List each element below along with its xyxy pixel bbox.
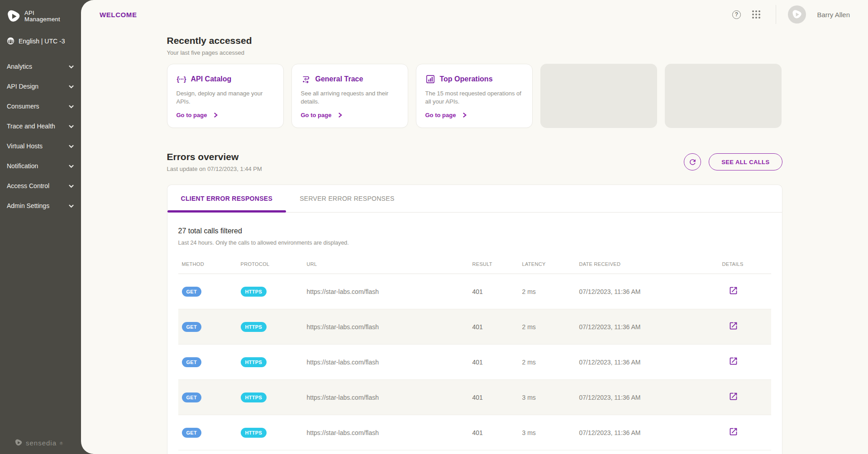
avatar[interactable] [788, 5, 806, 24]
sidebar-item-label: Access Control [7, 182, 49, 189]
go-to-page-link[interactable]: Go to page [176, 112, 274, 118]
globe-icon [7, 37, 14, 45]
sensedia-wordmark: sensedia [26, 439, 57, 447]
chevron-down-icon [68, 143, 74, 149]
trace-route-icon [301, 74, 311, 84]
recently-accessed-title: Recently accessed [167, 35, 782, 46]
url-cell: https://star-labs.com/flash [307, 429, 472, 436]
open-details-button[interactable] [722, 321, 771, 332]
sidebar-item-label: API Design [7, 83, 38, 90]
sidebar: API Management English | UTC -3 Analytic… [0, 0, 81, 454]
tab-client-error-responses[interactable]: CLIENT ERROR RESPONSES [167, 185, 286, 212]
sidebar-item-notification[interactable]: Notification [0, 156, 81, 176]
open-in-new-icon [729, 427, 738, 436]
sidebar-item-consumers[interactable]: Consumers [0, 96, 81, 116]
card-description: The 15 most requested operations of all … [425, 90, 523, 106]
col-protocol: PROTOCOL [241, 261, 307, 267]
app-logo: API Management [0, 9, 81, 24]
table-row: GET HTTPS https://star-labs.com/flash 40… [178, 415, 771, 450]
chevron-down-icon [68, 104, 74, 109]
result-cell: 401 [472, 323, 522, 331]
sidebar-nav: Analytics API Design Consumers Trace and… [0, 57, 81, 216]
date-received-cell: 07/12/2023, 11:36 AM [579, 323, 722, 331]
chevron-down-icon [68, 123, 74, 129]
card-description: See all arriving requests and their deta… [301, 90, 399, 106]
sidebar-item-label: Consumers [7, 103, 39, 110]
recently-accessed-cards: {···} API Catalog Design, deploy and man… [167, 64, 782, 128]
registered-mark: ® [60, 441, 63, 446]
result-cell: 401 [472, 359, 522, 366]
errors-panel: CLIENT ERROR RESPONSES SERVER ERROR RESP… [167, 184, 782, 454]
locale-label: English | UTC -3 [19, 38, 65, 45]
open-in-new-icon [729, 286, 738, 295]
go-to-page-link[interactable]: Go to page [301, 112, 399, 118]
topbar: WELCOME ? Barry Allen [81, 0, 868, 29]
refresh-icon [688, 158, 697, 166]
table-row: GET HTTPS https://star-labs.com/flash 40… [178, 274, 771, 309]
sensedia-logo: sensedia ® [14, 439, 63, 447]
sidebar-item-label: Admin Settings [7, 202, 49, 209]
calls-filtered-note: Last 24 hours. Only the calls to allowed… [178, 240, 771, 246]
col-details: DETAILS [722, 261, 771, 267]
result-cell: 401 [472, 288, 522, 295]
sidebar-item-label: Virtual Hosts [7, 142, 43, 150]
card-api-catalog[interactable]: {···} API Catalog Design, deploy and man… [167, 64, 284, 128]
chevron-down-icon [68, 203, 74, 209]
open-details-button[interactable] [722, 356, 771, 368]
topbar-actions: ? Barry Allen [730, 5, 850, 24]
refresh-button[interactable] [684, 153, 701, 170]
table-row: GET HTTPS https://star-labs.com/flash 40… [178, 345, 771, 380]
sidebar-item-admin-settings[interactable]: Admin Settings [0, 196, 81, 216]
method-badge: GET [182, 428, 202, 438]
tab-server-error-responses[interactable]: SERVER ERROR RESPONSES [286, 185, 408, 212]
card-top-operations[interactable]: Top Operations The 15 most requested ope… [416, 64, 533, 128]
bar-chart-icon [425, 74, 435, 84]
sidebar-item-api-design[interactable]: API Design [0, 76, 81, 96]
latency-cell: 3 ms [522, 429, 579, 436]
date-received-cell: 07/12/2023, 11:36 AM [579, 359, 722, 366]
open-details-button[interactable] [722, 286, 771, 297]
open-details-button[interactable] [722, 427, 771, 438]
protocol-badge: HTTPS [241, 393, 267, 402]
sidebar-item-label: Analytics [7, 63, 32, 70]
calls-summary: 27 total calls filtered Last 24 hours. O… [167, 213, 782, 246]
errors-overview-header: Errors overview Last update on 07/12/202… [167, 151, 782, 172]
chevron-right-icon [338, 113, 343, 118]
col-result: RESULT [472, 261, 522, 267]
latency-cell: 2 ms [522, 323, 579, 331]
main-area: WELCOME ? Barry Allen [81, 0, 868, 454]
url-cell: https://star-labs.com/flash [307, 323, 472, 331]
sidebar-item-access-control[interactable]: Access Control [0, 176, 81, 196]
chevron-down-icon [68, 64, 74, 70]
locale-selector[interactable]: English | UTC -3 [0, 37, 81, 45]
sidebar-item-trace-and-health[interactable]: Trace and Health [0, 116, 81, 136]
protocol-badge: HTTPS [241, 322, 267, 332]
open-in-new-icon [729, 321, 738, 331]
method-badge: GET [182, 322, 202, 332]
col-latency: LATENCY [522, 261, 579, 267]
table-row: GET HTTPS https://star-labs.com/flash 40… [178, 380, 771, 415]
go-to-page-link[interactable]: Go to page [425, 112, 523, 118]
card-general-trace[interactable]: General Trace See all arriving requests … [291, 64, 408, 128]
latency-cell: 2 ms [522, 359, 579, 366]
url-cell: https://star-labs.com/flash [307, 288, 472, 295]
method-badge: GET [182, 287, 202, 297]
col-method: METHOD [182, 261, 241, 267]
apps-menu-button[interactable] [750, 9, 762, 20]
col-date-received: DATE RECEIVED [579, 261, 722, 267]
latency-cell: 3 ms [522, 394, 579, 401]
sidebar-item-virtual-hosts[interactable]: Virtual Hosts [0, 136, 81, 156]
app-title: API Management [24, 10, 60, 23]
url-cell: https://star-labs.com/flash [307, 359, 472, 366]
sidebar-item-analytics[interactable]: Analytics [0, 57, 81, 76]
help-button[interactable]: ? [730, 9, 742, 20]
open-details-button[interactable] [722, 392, 771, 403]
user-name[interactable]: Barry Allen [817, 11, 850, 19]
sidebar-item-label: Notification [7, 162, 38, 170]
see-all-calls-button[interactable]: SEE ALL CALLS [709, 153, 782, 170]
chevron-down-icon [68, 163, 74, 169]
apps-grid-icon [752, 10, 760, 19]
protocol-badge: HTTPS [241, 287, 267, 297]
date-received-cell: 07/12/2023, 11:36 AM [579, 429, 722, 436]
sidebar-item-label: Trace and Health [7, 123, 55, 130]
